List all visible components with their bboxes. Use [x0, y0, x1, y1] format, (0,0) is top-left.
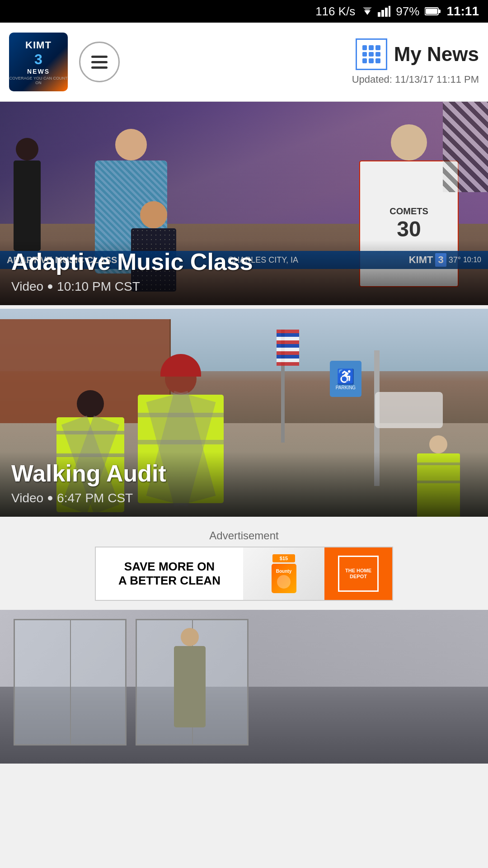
svg-rect-5 [389, 6, 390, 17]
card-1-type: Video [11, 279, 43, 294]
home-depot-text: THE HOME DEPOT [339, 568, 377, 580]
app-logo: KIMT 3 NEWS COVERAGE YOU CAN COUNT ON [9, 33, 68, 91]
hamburger-icon [91, 56, 108, 69]
card-2-overlay: Walking Audit Video 6:47 PM CST [0, 452, 488, 517]
ad-label: Advertisement [0, 529, 488, 542]
home-depot-section: THE HOME DEPOT [324, 547, 392, 600]
news-card-3[interactable] [0, 610, 488, 764]
ad-text: SAVE MORE ONA BETTER CLEAN [96, 555, 243, 592]
card-2-title: Walking Audit [11, 461, 477, 486]
home-depot-logo: THE HOME DEPOT [338, 556, 379, 592]
status-icons [361, 6, 390, 17]
card-1-time: 10:10 PM CST [57, 279, 140, 294]
grid-view-button[interactable] [356, 38, 387, 70]
grid-icon [362, 45, 380, 63]
menu-button[interactable] [79, 42, 120, 82]
wifi-icon [361, 6, 374, 17]
card-1-dot [48, 284, 52, 289]
news-card-1[interactable]: COMETS 30 ADAPTIVE MUSIC CLASS CHARLES C… [0, 102, 488, 305]
my-news-row: My News [356, 38, 479, 70]
header-right: My News Updated: 11/13/17 11:11 PM [352, 23, 479, 101]
ad-banner[interactable]: SAVE MORE ONA BETTER CLEAN $15 Bounty TH… [95, 547, 393, 601]
logo-kimt: KIMT [25, 39, 52, 51]
bounty-label: Bounty [276, 569, 291, 574]
clock: 11:11 [446, 4, 479, 19]
svg-rect-4 [385, 8, 388, 17]
signal-icon [378, 6, 390, 17]
app-header: KIMT 3 NEWS COVERAGE YOU CAN COUNT ON My… [0, 23, 488, 102]
card-2-dot [48, 496, 52, 500]
my-news-label: My News [394, 43, 479, 66]
logo-number: 3 [34, 51, 42, 68]
network-speed: 116 K/s [315, 5, 355, 19]
news-card-2[interactable]: ♿ PARKING [0, 309, 488, 517]
battery-percent: 97% [396, 5, 419, 19]
card-1-title: Adaptive Music Class [11, 249, 477, 275]
card-2-meta: Video 6:47 PM CST [11, 491, 477, 505]
card-1-overlay: Adaptive Music Class Video 10:10 PM CST [0, 240, 488, 305]
logo-coverage: COVERAGE YOU CAN COUNT ON [9, 76, 68, 85]
status-bar: 116 K/s 97% 11:11 [0, 0, 488, 23]
svg-marker-1 [363, 7, 372, 12]
svg-rect-3 [381, 10, 384, 17]
advertisement-section: Advertisement SAVE MORE ONA BETTER CLEAN… [0, 520, 488, 610]
svg-rect-2 [378, 12, 380, 17]
card-2-type: Video [11, 491, 43, 505]
svg-rect-7 [438, 9, 441, 13]
updated-timestamp: Updated: 11/13/17 11:11 PM [352, 74, 479, 85]
card-1-meta: Video 10:10 PM CST [11, 279, 477, 294]
ad-product: $15 Bounty [243, 547, 324, 600]
card-2-time: 6:47 PM CST [57, 491, 133, 505]
ad-headline: SAVE MORE ONA BETTER CLEAN [105, 560, 234, 588]
battery-icon [425, 6, 441, 16]
logo-news: NEWS [27, 68, 50, 75]
svg-rect-8 [426, 9, 437, 14]
